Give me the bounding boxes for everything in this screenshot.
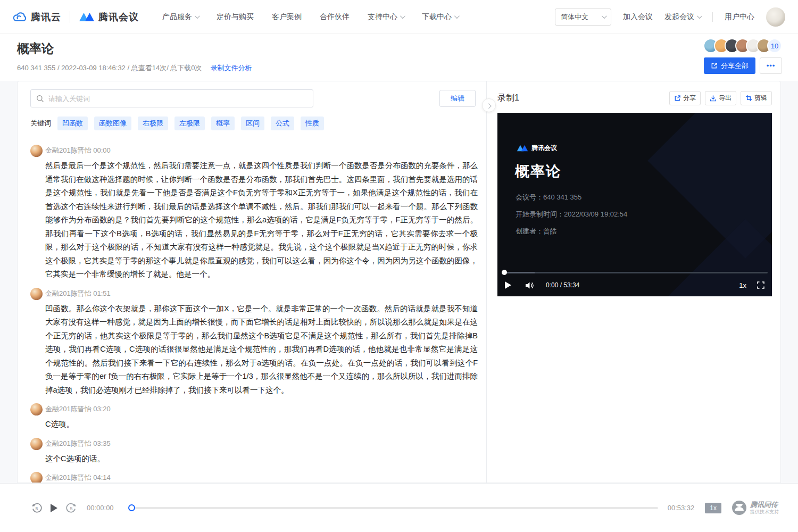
keyword-tag[interactable]: 凹函数 <box>57 117 88 130</box>
video-controls-right: 1x <box>739 281 764 289</box>
tencent-meeting-icon <box>517 144 528 152</box>
transcript-list[interactable]: 金融201陈晋怡 00:00然后是最后一个是这个规范性，然后我们需要注意一点，就… <box>30 137 478 483</box>
player-progress-track[interactable] <box>128 507 658 509</box>
chevron-right-icon <box>486 103 491 109</box>
logo-divider <box>70 11 70 23</box>
search-icon <box>36 95 44 103</box>
tencent-cloud-logo[interactable]: 腾讯云 <box>13 11 61 23</box>
header-buttons: 分享全部 ••• <box>704 57 782 74</box>
keyword-tag[interactable]: 函数图像 <box>94 117 131 130</box>
tencent-cloud-icon <box>13 11 27 23</box>
nav-menu-item-label: 客户案例 <box>272 12 302 22</box>
speaker-name-time: 金融201陈晋怡 04:14 <box>45 471 478 483</box>
share-label: 分享 <box>683 94 696 103</box>
search-input[interactable] <box>48 95 307 103</box>
transcript-text: 然后是最后一个是这个规范性，然后我们需要注意一点，就是这四个性质是我们判断一个函… <box>45 159 478 281</box>
transcript-entry[interactable]: 金融201陈晋怡 01:51凹函数。那么你这个衣架就是，那你这下面这个一加X，它… <box>30 287 478 397</box>
fullscreen-icon[interactable] <box>757 281 764 289</box>
transcript-entry[interactable]: 金融201陈晋怡 04:14Sorry，大家这题我还是没有很准备好，这样，我们下… <box>30 471 478 483</box>
video-progress-track[interactable] <box>502 272 768 273</box>
speaker-avatar <box>30 403 43 415</box>
play-button[interactable] <box>51 504 57 512</box>
keyword-tag[interactable]: 概率 <box>211 117 235 130</box>
transcript-text: C选项。 <box>45 418 478 431</box>
nav-divider <box>712 12 713 22</box>
transcript-entry[interactable]: 金融201陈晋怡 03:35这个C选项的话。 <box>30 437 478 466</box>
share-all-label: 分享全部 <box>721 61 749 71</box>
nav-menu-item[interactable]: 支持中心 <box>368 12 404 22</box>
keyword-tag[interactable]: 区间 <box>241 117 264 130</box>
player-speed-button[interactable]: 1x <box>705 503 721 513</box>
player-transport-controls: 5 5 <box>31 502 77 514</box>
share-all-button[interactable]: 分享全部 <box>704 57 755 74</box>
share-icon <box>674 95 681 102</box>
nav-menu-item[interactable]: 产品服务 <box>162 12 198 22</box>
video-speed-button[interactable]: 1x <box>739 281 746 289</box>
join-meeting-label: 加入会议 <box>623 12 653 22</box>
keyword-tag[interactable]: 公式 <box>271 117 294 130</box>
avatar-count-badge: 10 <box>767 38 782 53</box>
tencent-meeting-logo[interactable]: 腾讯会议 <box>79 11 139 23</box>
search-box[interactable] <box>30 89 313 107</box>
nav-menu-item[interactable]: 合作伙伴 <box>320 12 350 22</box>
speaker-name-time: 金融201陈晋怡 00:00 <box>45 144 478 157</box>
recording-analysis-link[interactable]: 录制文件分析 <box>211 63 252 73</box>
clip-button[interactable]: 剪辑 <box>741 91 772 105</box>
export-icon <box>710 95 717 102</box>
clip-label: 剪辑 <box>754 94 767 103</box>
language-select[interactable]: 简体中文 <box>555 9 611 26</box>
start-meeting-label: 发起会议 <box>664 12 694 22</box>
start-meeting-link[interactable]: 发起会议 <box>664 12 701 22</box>
keyword-tag[interactable]: 左极限 <box>174 117 205 130</box>
forward-5-icon[interactable]: 5 <box>65 502 77 514</box>
video-player[interactable]: 腾讯会议 概率论 会议号：640 341 355开始录制时间：2022/03/0… <box>497 113 772 296</box>
keyword-tag[interactable]: 性质 <box>301 117 324 130</box>
nav-menu-item[interactable]: 定价与购买 <box>217 12 254 22</box>
panel-collapse-button[interactable] <box>482 98 496 112</box>
export-label: 导出 <box>719 94 732 103</box>
viewer-avatar-stack[interactable]: 10 <box>703 38 782 53</box>
video-progress-bar[interactable] <box>502 270 768 275</box>
header-right-group: 10 分享全部 ••• <box>703 38 782 74</box>
nav-menu-item[interactable]: 客户案例 <box>272 12 302 22</box>
brand-name: 腾讯同传 <box>750 501 779 509</box>
speaker-avatar <box>30 288 43 300</box>
export-button[interactable]: 导出 <box>705 91 736 105</box>
player-current-time: 00:00:00 <box>87 504 120 512</box>
video-title: 概率论 <box>515 162 561 181</box>
tencent-simultaneous-brand: 腾讯同传 提供技术支持 <box>732 501 779 515</box>
transcript-panel: 编辑 关键词 凹函数函数图像右极限左极限概率区间公式性质 金融201陈晋怡 00… <box>18 81 487 483</box>
transcript-entry[interactable]: 金融201陈晋怡 00:00然后是最后一个是这个规范性，然后我们需要注意一点，就… <box>30 144 478 281</box>
clip-icon <box>745 95 752 102</box>
user-center-link[interactable]: 用户中心 <box>725 12 754 22</box>
top-navigation-bar: 腾讯云 腾讯会议 产品服务定价与购买客户案例合作伙伴支持中心下载中心 简体中文 … <box>0 0 798 34</box>
keyword-tag[interactable]: 右极限 <box>138 117 168 130</box>
nav-right-group: 简体中文 加入会议 发起会议 用户中心 <box>555 7 785 27</box>
video-progress-handle[interactable] <box>502 270 507 275</box>
chevron-down-icon <box>697 13 702 19</box>
join-meeting-link[interactable]: 加入会议 <box>623 12 653 22</box>
more-options-button[interactable]: ••• <box>760 57 782 74</box>
speaker-avatar <box>30 438 43 450</box>
user-avatar[interactable] <box>766 7 785 27</box>
svg-text:5: 5 <box>35 505 38 511</box>
player-progress-slider[interactable] <box>128 504 658 512</box>
edit-keywords-button[interactable]: 编辑 <box>439 90 476 107</box>
keywords-row: 关键词 凹函数函数图像右极限左极限概率区间公式性质 <box>18 107 486 130</box>
player-progress-handle[interactable] <box>128 504 135 511</box>
rewind-5-icon[interactable]: 5 <box>31 502 43 514</box>
recording-meta-text: 640 341 355 / 2022-03-09 18:46:32 / 总查看1… <box>17 63 202 73</box>
chevron-down-icon <box>400 13 405 19</box>
nav-menu-item-label: 产品服务 <box>162 12 192 22</box>
volume-icon[interactable] <box>525 281 534 289</box>
search-row: 编辑 <box>18 81 486 107</box>
video-play-button[interactable] <box>505 281 511 289</box>
nav-menu-item-label: 支持中心 <box>368 12 397 22</box>
video-meta-line: 会议号：640 341 355 <box>516 193 627 202</box>
nav-menu-item-label: 合作伙伴 <box>320 12 350 22</box>
recording-header: 录制1 分享导出剪辑 <box>497 91 772 105</box>
nav-menu-item-label: 下载中心 <box>422 12 452 22</box>
nav-menu-item[interactable]: 下载中心 <box>422 12 458 22</box>
transcript-entry[interactable]: 金融201陈晋怡 03:20C选项。 <box>30 403 478 431</box>
share-button[interactable]: 分享 <box>669 91 701 105</box>
